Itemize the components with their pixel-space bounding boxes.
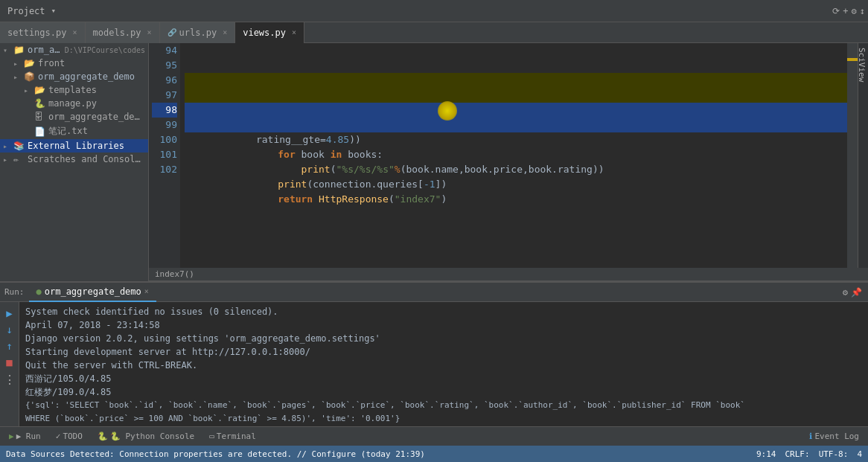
sidebar-label-scratches: Scratches and Consoles bbox=[28, 154, 145, 164]
gear-icon[interactable]: ⚙ bbox=[843, 287, 848, 298]
code-line-95: def index7(request): bbox=[185, 58, 847, 73]
console-line-5: Quit the server with CTRL-BREAK. bbox=[25, 359, 862, 372]
project-label[interactable]: Project bbox=[3, 4, 50, 18]
sidebar-item-external-libs[interactable]: ▸ 📚 External Libraries bbox=[0, 139, 148, 153]
libs-icon: 📚 bbox=[13, 141, 25, 151]
arrow-icon: ▸ bbox=[3, 155, 13, 164]
sidebar-label-notes: 笔记.txt bbox=[48, 125, 88, 138]
sidebar-label-manage: manage.py bbox=[48, 98, 97, 109]
line-num-97: 97 bbox=[152, 88, 177, 103]
line-num-101: 101 bbox=[152, 147, 177, 162]
tab-settings[interactable]: settings.py × bbox=[0, 22, 86, 43]
tab-views-close[interactable]: × bbox=[292, 28, 296, 36]
code-line-97: # books = Book.objects.filter(price__gte… bbox=[185, 88, 847, 103]
terminal-label: Terminal bbox=[217, 431, 256, 441]
sidebar-item-front[interactable]: ▸ 📂 front bbox=[0, 57, 148, 70]
scroll-up-button[interactable]: ↑ bbox=[4, 338, 14, 354]
line-numbers: 94 95 96 97 98 99 100 101 102 bbox=[149, 43, 180, 268]
run-tool-icon: ▶ bbox=[9, 431, 14, 441]
run-label: Run: bbox=[0, 287, 29, 297]
scroll-down-button[interactable]: ↓ bbox=[4, 321, 14, 338]
tab-urls[interactable]: 🔗 urls.py × bbox=[160, 22, 236, 43]
sidebar-label-orm-root: orm_aggregate_demo bbox=[28, 45, 62, 55]
sidebar-label-sql: orm_aggregate_demo2.sql bbox=[48, 112, 145, 122]
line-num-94: 94 bbox=[152, 43, 177, 58]
line-num-100: 100 bbox=[152, 132, 177, 147]
bottom-tab-close[interactable]: × bbox=[144, 287, 149, 295]
stop-button[interactable]: ■ bbox=[4, 354, 14, 370]
code-line-96: # 1. 获取价格大于100，并且评分在4.85分以上的图书 bbox=[185, 73, 847, 88]
tab-views[interactable]: views.py × bbox=[235, 22, 304, 43]
code-container: 94 95 96 97 98 99 100 101 102 def i bbox=[149, 43, 868, 268]
sidebar-item-orm-pkg[interactable]: ▸ 📦 orm_aggregate_demo bbox=[0, 70, 148, 83]
todo-label: TODO bbox=[63, 431, 83, 441]
sidebar-label-orm-pkg: orm_aggregate_demo bbox=[38, 71, 135, 82]
tab-settings-close[interactable]: × bbox=[72, 28, 77, 36]
status-text: Data Sources Detected: Connection proper… bbox=[6, 449, 756, 459]
indent-indicator: 4 bbox=[857, 449, 862, 459]
code-editor: 94 95 96 97 98 99 100 101 102 def i bbox=[149, 43, 868, 281]
sciview-strip[interactable]: SciView bbox=[858, 43, 868, 268]
tab-settings-label: settings.py bbox=[7, 28, 66, 38]
sidebar-label-templates: templates bbox=[48, 85, 97, 95]
line-num-99: 99 bbox=[152, 118, 177, 132]
code-line-99: for book in books: bbox=[185, 132, 847, 147]
line-num-96: 96 bbox=[152, 73, 177, 88]
encoding-indicator: UTF-8: bbox=[819, 449, 849, 459]
event-log-label: Event Log bbox=[814, 431, 859, 441]
todo-tool-btn[interactable]: ✓ TODO bbox=[50, 430, 89, 443]
server-link[interactable]: http://127.0.0.1:8000/ bbox=[192, 347, 310, 357]
console-line-8: {'sql': 'SELECT `book`.`id`, `book`.`nam… bbox=[25, 399, 862, 412]
add-icon[interactable]: + bbox=[843, 6, 848, 16]
console-line-1: System check identified no issues (0 sil… bbox=[25, 305, 862, 318]
expand-icon[interactable]: ↕ bbox=[860, 6, 865, 16]
tab-urls-close[interactable]: × bbox=[223, 28, 227, 36]
more-button[interactable]: ⋮ bbox=[1, 370, 18, 389]
event-log-btn[interactable]: ℹ Event Log bbox=[803, 430, 865, 443]
todo-icon: ✓ bbox=[56, 431, 61, 441]
package-icon: 📦 bbox=[24, 71, 36, 82]
sidebar-item-sql[interactable]: 🗄 orm_aggregate_demo2.sql bbox=[0, 110, 148, 123]
code-lines[interactable]: def index7(request): # 1. 获取价格大于100，并且评分… bbox=[180, 43, 847, 268]
sync-icon[interactable]: ⟳ bbox=[832, 6, 840, 16]
python-console-btn[interactable]: 🐍 🐍 Python Console bbox=[92, 430, 200, 443]
line-num-98: 98 bbox=[152, 103, 177, 118]
status-bar-right: 9:14 CRLF: UTF-8: 4 bbox=[756, 449, 862, 459]
module-icon: 📁 bbox=[13, 45, 25, 55]
sql-icon: 🗄 bbox=[34, 112, 46, 122]
run-tool-btn[interactable]: ▶ ▶ Run bbox=[3, 430, 47, 443]
tab-models-close[interactable]: × bbox=[147, 28, 152, 36]
code-line-94 bbox=[185, 43, 847, 58]
editor-scroll-strip[interactable] bbox=[847, 43, 858, 268]
line-num-102: 102 bbox=[152, 162, 177, 177]
project-dropdown-icon[interactable]: ▾ bbox=[51, 6, 57, 16]
code-line-102: return HttpResponse("index7") bbox=[185, 177, 847, 192]
sidebar-item-notes[interactable]: 📄 笔记.txt bbox=[0, 123, 148, 139]
arrow-icon: ▸ bbox=[24, 86, 34, 94]
status-bar: Data Sources Detected: Connection proper… bbox=[0, 446, 868, 462]
pin-icon[interactable]: 📌 bbox=[851, 287, 862, 298]
sidebar: ▾ 📁 orm_aggregate_demo D:\VIPCourse\code… bbox=[0, 43, 149, 281]
scroll-marker bbox=[847, 58, 858, 61]
run-button[interactable]: ▶ bbox=[4, 305, 14, 321]
run-icon: ● bbox=[36, 286, 42, 297]
left-action-strip: ▶ ↓ ↑ ■ ⋮ bbox=[0, 302, 19, 426]
tab-models[interactable]: models.py × bbox=[86, 22, 160, 43]
scratch-icon: ✏ bbox=[13, 154, 25, 164]
bottom-tools-bar: ▶ ▶ Run ✓ TODO 🐍 🐍 Python Console ▭ Term… bbox=[0, 426, 868, 446]
bottom-tab-bar: Run: ● orm_aggregate_demo × ⚙ 📌 bbox=[0, 283, 868, 302]
console-line-8b: WHERE (`book`.`price` >= 100 AND `book`.… bbox=[25, 412, 862, 426]
settings-icon[interactable]: ⚙ bbox=[852, 6, 857, 16]
folder-icon: 📂 bbox=[24, 58, 36, 68]
sidebar-item-orm-root[interactable]: ▾ 📁 orm_aggregate_demo D:\VIPCourse\code… bbox=[0, 43, 148, 57]
console-line-6: 西游记/105.0/4.85 bbox=[25, 372, 862, 385]
tab-views-label: views.py bbox=[243, 28, 286, 38]
sidebar-item-scratches[interactable]: ▸ ✏ Scratches and Consoles bbox=[0, 153, 148, 166]
python-console-label: 🐍 Python Console bbox=[110, 431, 194, 441]
sidebar-item-manage[interactable]: 🐍 manage.py bbox=[0, 97, 148, 110]
terminal-btn[interactable]: ▭ Terminal bbox=[203, 430, 262, 443]
sciview-label[interactable]: SciView bbox=[858, 43, 868, 86]
sidebar-item-templates[interactable]: ▸ 📂 templates bbox=[0, 83, 148, 97]
bottom-tab-run[interactable]: ● orm_aggregate_demo × bbox=[29, 283, 156, 302]
tab-bar: settings.py × models.py × 🔗 urls.py × vi… bbox=[0, 22, 868, 43]
